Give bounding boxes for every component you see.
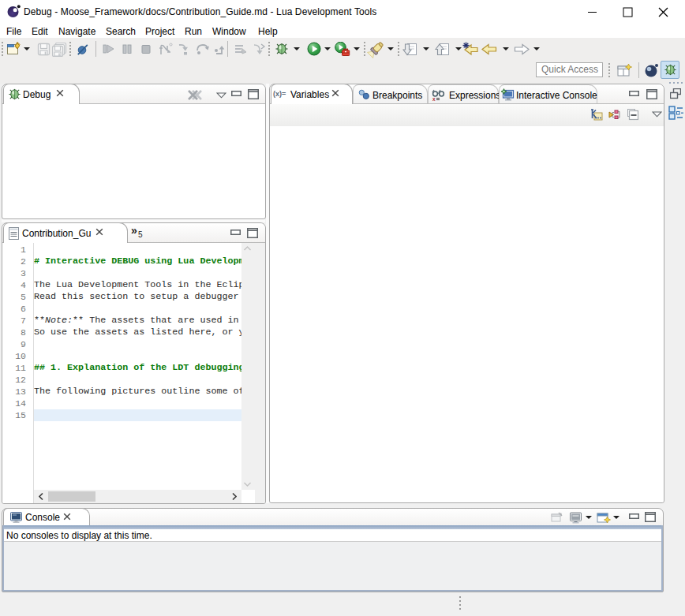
svg-text:x: x bbox=[432, 96, 436, 102]
